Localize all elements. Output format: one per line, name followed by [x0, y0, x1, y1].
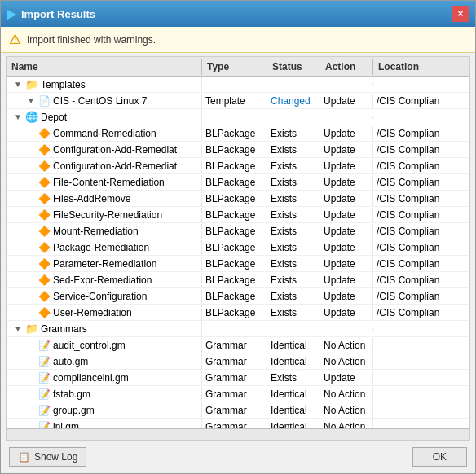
- col-header-name: Name: [7, 59, 202, 75]
- row-action: Update: [320, 289, 373, 304]
- row-location: [373, 344, 469, 347]
- row-name: group.gm: [53, 405, 95, 416]
- table-row[interactable]: 🔶Configuration-Add-RemediatBLPackageExis…: [7, 158, 469, 174]
- row-type: BLPackage: [202, 305, 267, 320]
- table-row[interactable]: 🔶Command-RemediationBLPackageExistsUpdat…: [7, 125, 469, 142]
- table-row[interactable]: 🔶Package-RemediationBLPackageExistsUpdat…: [7, 239, 469, 256]
- app-icon: ▶: [7, 7, 16, 20]
- close-button[interactable]: ×: [452, 6, 469, 22]
- table-row[interactable]: 🔶Parameter-RemediationBLPackageExistsUpd…: [7, 256, 469, 272]
- row-name: User-Remediation: [53, 307, 132, 318]
- row-location: [373, 360, 469, 363]
- row-status: Exists: [267, 305, 320, 320]
- expand-icon[interactable]: ▼: [13, 324, 23, 333]
- row-location: /CIS Complian: [373, 273, 469, 287]
- blpackage-icon: 🔶: [38, 209, 51, 221]
- row-status: Exists: [267, 240, 320, 255]
- row-type: [202, 327, 267, 331]
- title-bar: ▶ Import Results ×: [1, 1, 475, 27]
- blpackage-icon: 🔶: [38, 258, 51, 270]
- table-row[interactable]: 🔶User-RemediationBLPackageExistsUpdate/C…: [7, 305, 469, 321]
- table-row[interactable]: 🔶Configuration-Add-RemediatBLPackageExis…: [7, 142, 469, 158]
- ok-button[interactable]: OK: [412, 447, 467, 467]
- blpackage-icon: 🔶: [38, 144, 51, 156]
- table-row[interactable]: ▼🌐Depot: [7, 109, 469, 125]
- table-row[interactable]: 🔶Files-AddRemoveBLPackageExistsUpdate/CI…: [7, 191, 469, 207]
- grammar-icon: 📝: [38, 372, 51, 384]
- row-location: /CIS Complian: [373, 240, 469, 255]
- table-body[interactable]: ▼📁Templates▼📄CIS - CentOS Linux 7Templat…: [7, 77, 469, 428]
- row-name: auto.gm: [53, 356, 88, 367]
- table-row[interactable]: 📝audit_control.gmGrammarIdenticalNo Acti…: [7, 337, 469, 353]
- row-status: Identical: [267, 387, 320, 402]
- row-status: Exists: [267, 159, 320, 173]
- col-header-location: Location: [373, 59, 470, 75]
- blpackage-icon: 🔶: [38, 177, 51, 188]
- row-action: No Action: [320, 387, 373, 402]
- grammar-icon: 📝: [38, 405, 51, 416]
- row-status: Exists: [267, 126, 320, 141]
- table-row[interactable]: ▼📄CIS - CentOS Linux 7TemplateChangedUpd…: [7, 93, 469, 109]
- row-name: complianceini.gm: [53, 372, 129, 384]
- expand-icon[interactable]: ▼: [26, 96, 36, 105]
- table-row[interactable]: 🔶FileSecurity-RemediationBLPackageExists…: [7, 207, 469, 223]
- row-type: [202, 83, 267, 86]
- row-status: Exists: [267, 224, 320, 239]
- blpackage-icon: 🔶: [38, 160, 51, 172]
- grammar-icon: 📝: [38, 340, 51, 351]
- row-action: Update: [320, 191, 373, 206]
- row-location: [373, 116, 469, 119]
- row-location: [373, 327, 469, 331]
- expand-icon[interactable]: ▼: [13, 112, 23, 121]
- blpackage-icon: 🔶: [38, 226, 51, 237]
- table-row[interactable]: 🔶Service-ConfigurationBLPackageExistsUpd…: [7, 288, 469, 305]
- table-row[interactable]: ▼📁Grammars: [7, 321, 469, 337]
- table-row[interactable]: 🔶Mount-RemediationBLPackageExistsUpdate/…: [7, 223, 469, 239]
- row-type: Template: [202, 94, 267, 108]
- row-type: Grammar: [202, 338, 267, 353]
- horizontal-scrollbar[interactable]: [7, 428, 469, 440]
- row-status: Exists: [267, 191, 320, 206]
- table-row[interactable]: 🔶File-Content-RemediationBLPackageExists…: [7, 174, 469, 191]
- row-status: Exists: [267, 273, 320, 287]
- table-row[interactable]: 📝auto.gmGrammarIdenticalNo Action: [7, 353, 469, 370]
- row-name: Package-Remediation: [53, 242, 149, 253]
- row-status: Exists: [267, 289, 320, 304]
- row-status: Exists: [267, 208, 320, 222]
- row-action: Update: [320, 305, 373, 320]
- row-action: Update: [320, 240, 373, 255]
- col-header-action: Action: [320, 59, 373, 75]
- folder-icon: 📁: [25, 323, 38, 335]
- blpackage-icon: 🔶: [38, 291, 51, 302]
- row-status: Exists: [267, 257, 320, 271]
- folder-icon: 📁: [25, 78, 38, 90]
- row-status: [267, 327, 320, 331]
- row-location: /CIS Complian: [373, 94, 469, 108]
- col-header-type: Type: [202, 59, 267, 75]
- row-type: BLPackage: [202, 273, 267, 287]
- row-type: BLPackage: [202, 143, 267, 157]
- blpackage-icon: 🔶: [38, 128, 51, 139]
- table-row[interactable]: 📝group.gmGrammarIdenticalNo Action: [7, 402, 469, 419]
- table-row[interactable]: ▼📁Templates: [7, 77, 469, 93]
- row-status: [267, 116, 320, 119]
- expand-icon[interactable]: ▼: [13, 80, 23, 89]
- row-name: Configuration-Add-Remediat: [53, 144, 177, 156]
- row-location: /CIS Complian: [373, 208, 469, 222]
- table-row[interactable]: 📝fstab.gmGrammarIdenticalNo Action: [7, 386, 469, 402]
- table-row[interactable]: 📝complianceini.gmGrammarExistsUpdate: [7, 370, 469, 386]
- row-location: /CIS Complian: [373, 191, 469, 206]
- col-header-status: Status: [267, 59, 320, 75]
- table-row[interactable]: 📝ini.gmGrammarIdenticalNo Action: [7, 419, 469, 428]
- row-type: Grammar: [202, 371, 267, 385]
- row-name: Mount-Remediation: [53, 226, 139, 237]
- row-action: Update: [320, 371, 373, 385]
- table-row[interactable]: 🔶Sed-Expr-RemediationBLPackageExistsUpda…: [7, 272, 469, 288]
- row-location: /CIS Complian: [373, 126, 469, 141]
- row-location: [373, 409, 469, 412]
- depot-icon: 🌐: [25, 111, 38, 123]
- show-log-button[interactable]: 📋 Show Log: [9, 447, 86, 467]
- row-type: BLPackage: [202, 126, 267, 141]
- row-status: Changed: [267, 94, 320, 108]
- row-location: /CIS Complian: [373, 175, 469, 190]
